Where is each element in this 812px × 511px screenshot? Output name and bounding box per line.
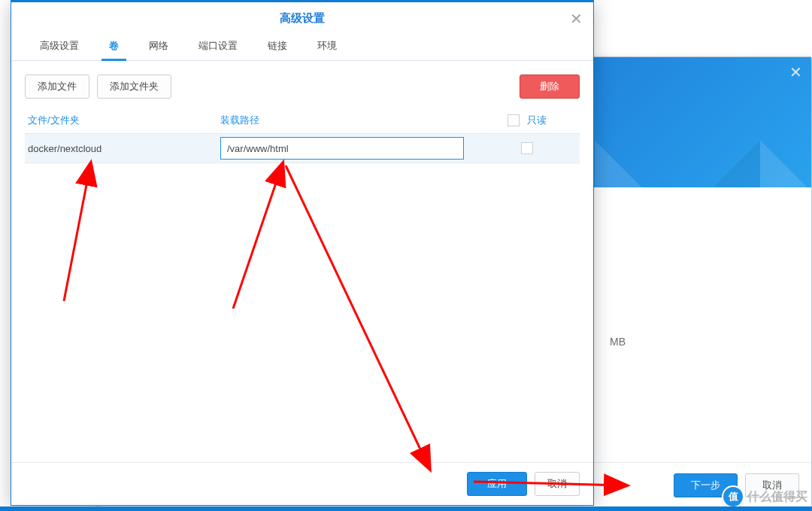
close-icon[interactable]: ✕	[570, 10, 583, 28]
table-row[interactable]: docker/nextcloud	[25, 134, 580, 163]
advanced-settings-modal: 高级设置 ✕ 高级设置 卷 网络 端口设置 链接 环境 添加文件 添加文件夹 删…	[11, 0, 594, 506]
col-path-header[interactable]: 装载路径	[220, 114, 474, 127]
apply-button[interactable]: 应用	[467, 472, 527, 496]
bg-mb-label: MB	[610, 336, 626, 348]
delete-button[interactable]: 删除	[520, 75, 580, 99]
col-folder-header[interactable]: 文件/文件夹	[25, 114, 220, 127]
row-readonly-cell	[474, 142, 580, 154]
tab-advanced[interactable]: 高级设置	[25, 33, 94, 60]
modal-title: 高级设置	[280, 11, 325, 24]
tab-volume[interactable]: 卷	[94, 33, 134, 60]
bottom-edge-bar	[0, 506, 812, 511]
readonly-header-checkbox[interactable]	[508, 114, 520, 126]
bg-close-icon[interactable]: ✕	[789, 63, 802, 81]
cancel-button[interactable]: 取消	[535, 472, 580, 496]
toolbar: 添加文件 添加文件夹 删除	[25, 75, 580, 99]
modal-title-bar: 高级设置 ✕	[11, 2, 593, 33]
row-path-cell	[220, 137, 474, 160]
tab-links[interactable]: 链接	[253, 33, 302, 60]
row-folder-cell: docker/nextcloud	[25, 143, 220, 154]
add-folder-button[interactable]: 添加文件夹	[97, 75, 171, 99]
watermark-badge: 值	[723, 487, 743, 506]
col-readonly-header[interactable]: 只读	[474, 114, 580, 127]
modal-footer: 应用 取消	[11, 462, 593, 505]
watermark-text: 什么值得买	[747, 489, 807, 505]
tab-ports[interactable]: 端口设置	[183, 33, 253, 60]
add-file-button[interactable]: 添加文件	[25, 75, 89, 99]
readonly-header-label: 只读	[527, 114, 547, 127]
readonly-checkbox[interactable]	[521, 142, 533, 154]
grid-header: 文件/文件夹 装载路径 只读	[25, 109, 580, 134]
tab-bar: 高级设置 卷 网络 端口设置 链接 环境	[11, 33, 593, 61]
modal-body: 添加文件 添加文件夹 删除 文件/文件夹 装载路径 只读 docker/next…	[11, 61, 593, 462]
tab-network[interactable]: 网络	[134, 33, 183, 60]
watermark: 值 什么值得买	[723, 487, 807, 506]
mount-path-input[interactable]	[220, 137, 464, 160]
tab-env[interactable]: 环境	[302, 33, 352, 60]
